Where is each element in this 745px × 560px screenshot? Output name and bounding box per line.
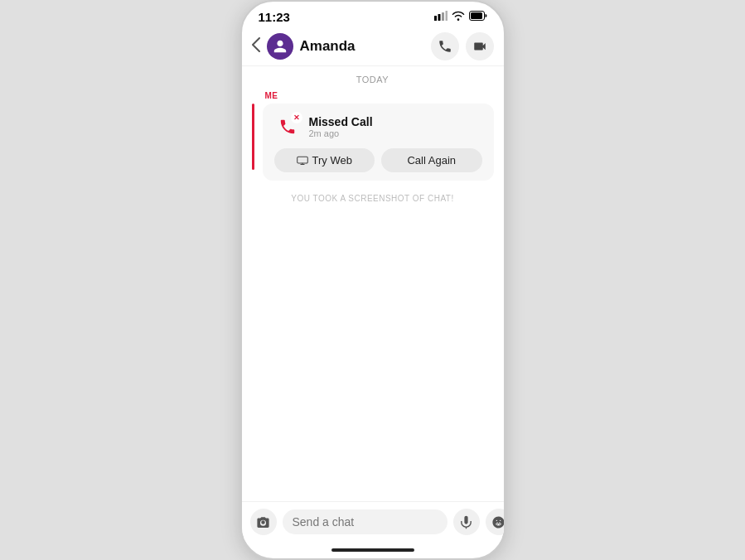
contact-name: Amanda (300, 38, 431, 55)
svg-rect-1 (438, 14, 440, 21)
message-group: ME ✕ Missed Call 2m ago (242, 91, 504, 181)
microphone-button[interactable] (453, 509, 480, 535)
try-web-button[interactable]: Try Web (274, 148, 375, 172)
missed-call-time: 2m ago (309, 128, 373, 138)
sender-label: ME (252, 91, 494, 100)
missed-call-title: Missed Call (309, 115, 373, 128)
nav-bar: Amanda (242, 27, 504, 66)
video-call-button[interactable] (466, 32, 494, 60)
phone-frame: 11:23 (240, 0, 506, 560)
emoji-button[interactable] (486, 509, 506, 535)
svg-rect-3 (445, 11, 447, 21)
date-label: TODAY (242, 66, 504, 91)
svg-rect-6 (297, 157, 307, 163)
status-bar: 11:23 (242, 2, 504, 27)
red-bar (252, 104, 254, 170)
battery-icon (469, 11, 487, 23)
missed-call-text: Missed Call 2m ago (309, 115, 373, 138)
screenshot-notice: YOU TOOK A SCREENSHOT OF CHAT! (242, 181, 504, 210)
svg-rect-0 (434, 16, 437, 21)
call-again-label: Call Again (407, 154, 456, 167)
back-button[interactable] (252, 34, 267, 60)
status-time: 11:23 (259, 10, 290, 24)
call-again-button[interactable]: Call Again (381, 148, 482, 172)
nav-actions (431, 32, 494, 60)
home-indicator (242, 542, 504, 558)
me-indicator: ✕ Missed Call 2m ago (252, 104, 494, 181)
avatar (267, 33, 293, 60)
try-web-label: Try Web (312, 154, 352, 167)
chat-area: TODAY ME ✕ Missed Call 2 (242, 66, 504, 501)
wifi-icon (452, 11, 465, 23)
action-buttons: Try Web Call Again (274, 148, 482, 172)
status-icons (434, 11, 487, 23)
svg-rect-2 (442, 12, 444, 21)
camera-button[interactable] (250, 509, 277, 535)
phone-call-button[interactable] (431, 32, 459, 60)
missed-call-row: ✕ Missed Call 2m ago (274, 113, 482, 140)
missed-call-icon: ✕ (274, 113, 301, 140)
chat-input[interactable] (283, 509, 447, 534)
x-badge: ✕ (291, 112, 302, 123)
signal-icon (434, 11, 447, 23)
home-bar (331, 548, 414, 552)
message-card: ✕ Missed Call 2m ago (263, 104, 494, 181)
input-bar (242, 501, 504, 542)
svg-rect-5 (471, 12, 482, 19)
